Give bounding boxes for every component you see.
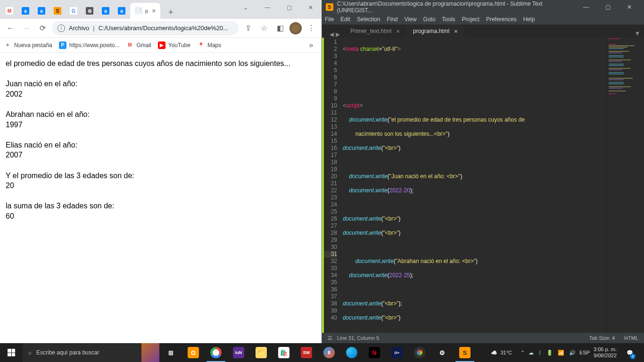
chrome-tab[interactable]: M xyxy=(2,3,17,19)
bookmark-icon[interactable]: ☆ xyxy=(257,22,271,35)
taskbar-app-disney[interactable]: D+ xyxy=(386,343,408,362)
chrome-tab[interactable]: a xyxy=(114,3,129,19)
onedrive-icon[interactable]: ☁ xyxy=(528,350,534,356)
weather-widget[interactable]: ☁️ 31°C xyxy=(491,350,512,356)
taskbar-app-store[interactable]: 🛍️ xyxy=(272,343,295,362)
forward-button[interactable]: → xyxy=(20,22,33,35)
new-tab-button[interactable]: + xyxy=(164,6,177,19)
maps-icon: 📍 xyxy=(197,41,205,49)
minimap[interactable] xyxy=(606,38,644,333)
address-bar[interactable]: i Archivo | C:/Users/abram/Documents/log… xyxy=(52,21,239,35)
minimize-icon[interactable]: — xyxy=(575,0,597,14)
bookmark-label: YouTube xyxy=(168,42,190,49)
language-indicator[interactable]: ESP xyxy=(579,350,590,355)
close-icon[interactable]: × xyxy=(396,28,400,35)
menu-help[interactable]: Help xyxy=(523,16,535,23)
tab-label: programa.html xyxy=(413,28,449,34)
bookmark-item[interactable]: ▶YouTube xyxy=(158,41,190,49)
taskbar-search[interactable]: ⌕ Escribe aquí para buscar xyxy=(23,343,159,362)
taskbar-app[interactable]: iuN xyxy=(227,343,250,362)
volume-icon[interactable]: 🔊 xyxy=(569,350,576,356)
sublime-tab[interactable]: Primer_text.html× xyxy=(344,25,406,38)
bookmark-item[interactable]: Phttps://www.powto... xyxy=(59,41,120,49)
reload-button[interactable]: ⟳ xyxy=(36,22,49,35)
bookmark-item[interactable]: MGmail xyxy=(126,41,151,49)
taskbar-app[interactable] xyxy=(408,343,431,362)
gear-icon: ⚙ xyxy=(437,347,448,358)
menu-selection[interactable]: Selection xyxy=(357,16,380,23)
info-icon[interactable]: i xyxy=(58,25,65,32)
chrome-tab[interactable]: a xyxy=(98,3,113,19)
search-icon: ⌕ xyxy=(28,349,32,356)
menu-preferences[interactable]: Preferences xyxy=(486,16,517,23)
chrome-tab-active[interactable]: 📄 p × xyxy=(130,3,160,19)
sidepanel-icon[interactable]: ◧ xyxy=(273,22,287,35)
close-icon[interactable]: × xyxy=(454,28,458,35)
task-view-button[interactable]: ⊞ xyxy=(159,343,182,362)
taskbar-app-sublime[interactable]: S xyxy=(454,343,476,362)
app-icon: 8 xyxy=(323,347,335,358)
menu-file[interactable]: File xyxy=(325,16,334,23)
notifications-button[interactable]: 💬 4 xyxy=(620,343,639,362)
taskbar-app-chrome[interactable] xyxy=(205,343,227,362)
app-icon: SW xyxy=(301,347,312,358)
chrome-tab[interactable]: a xyxy=(18,3,33,19)
chrome-icon xyxy=(210,347,222,358)
share-icon[interactable]: ⇪ xyxy=(241,22,255,35)
status-hamburger-icon[interactable]: ☰ xyxy=(328,335,332,341)
system-tray: ☁️ 31°C ⌃ ☁ ᛒ 🔋 📶 🔊 ESP 3:05 p. m. 9/08/… xyxy=(486,343,644,362)
chrome-tab[interactable]: G xyxy=(66,3,81,19)
code-area[interactable]: <meta charset="utf-8"> <script> document… xyxy=(341,38,606,333)
nav-forward-icon[interactable]: ▶ xyxy=(336,31,340,38)
status-tabsize[interactable]: Tab Size: 4 xyxy=(589,335,615,341)
bookmark-item[interactable]: 📍Maps xyxy=(197,41,221,49)
chrome-tab[interactable]: S xyxy=(50,3,65,19)
clock[interactable]: 3:05 p. m. 9/08/2022 xyxy=(594,346,617,359)
menu-icon[interactable]: ⋮ xyxy=(305,22,318,35)
sublime-tab-active[interactable]: programa.html× xyxy=(406,25,464,38)
tab-dropdown-icon[interactable]: ▾ xyxy=(631,29,644,38)
minimize-icon[interactable]: — xyxy=(256,0,278,15)
maximize-icon[interactable]: ▢ xyxy=(597,0,619,14)
text-line: la suma de las 3 edades son de: xyxy=(6,201,316,211)
menu-find[interactable]: Find xyxy=(387,16,397,23)
battery-icon[interactable]: 🔋 xyxy=(546,350,553,356)
nav-back-icon[interactable]: ◀ xyxy=(330,31,334,38)
chrome-tab[interactable]: ⚙ xyxy=(82,3,97,19)
chrome-tab[interactable]: a xyxy=(34,3,49,19)
bookmark-icon: ✦ xyxy=(4,41,11,49)
editor[interactable]: 1234567891011121314151617181920212223242… xyxy=(322,38,644,333)
menu-tools[interactable]: Tools xyxy=(442,16,455,23)
taskbar-app[interactable]: SW xyxy=(295,343,318,362)
text-line: 20 xyxy=(6,181,316,191)
maximize-icon[interactable]: ▢ xyxy=(278,0,300,15)
close-icon[interactable]: ✕ xyxy=(300,0,322,15)
windows-logo-icon xyxy=(8,349,15,356)
profile-avatar[interactable] xyxy=(289,22,302,34)
wifi-icon[interactable]: 📶 xyxy=(558,350,564,356)
taskbar-app-netflix[interactable]: N xyxy=(363,343,386,362)
bookmarks-bar: ✦Nueva pestaña Phttps://www.powto... MGm… xyxy=(0,38,322,53)
line-numbers: 1234567891011121314151617181920212223242… xyxy=(324,38,341,333)
taskbar-app-explorer[interactable]: 📁 xyxy=(250,343,272,362)
menu-edit[interactable]: Edit xyxy=(340,16,350,23)
bookmark-item[interactable]: ✦Nueva pestaña xyxy=(4,41,52,49)
status-language[interactable]: HTML xyxy=(624,335,638,341)
start-button[interactable] xyxy=(0,343,23,362)
bookmark-icon: P xyxy=(59,41,66,49)
taskbar-app-edge[interactable] xyxy=(340,343,363,362)
bookmarks-overflow-icon[interactable]: » xyxy=(305,39,318,52)
close-icon[interactable]: ✕ xyxy=(619,0,640,14)
menu-project[interactable]: Project xyxy=(462,16,479,23)
window-dropdown-icon[interactable]: ⌄ xyxy=(235,0,256,15)
menu-goto[interactable]: Goto xyxy=(423,16,436,23)
taskbar-app-settings[interactable]: ⚙ xyxy=(431,343,454,362)
tray-overflow-icon[interactable]: ⌃ xyxy=(520,350,525,356)
menu-view[interactable]: View xyxy=(405,16,417,23)
taskbar-app[interactable]: G xyxy=(182,343,205,362)
bluetooth-icon[interactable]: ᛒ xyxy=(538,350,542,355)
taskbar-app[interactable]: 8 xyxy=(318,343,340,362)
close-icon[interactable]: × xyxy=(152,7,156,15)
back-button[interactable]: ← xyxy=(4,22,17,35)
text-line: 60 xyxy=(6,211,316,222)
